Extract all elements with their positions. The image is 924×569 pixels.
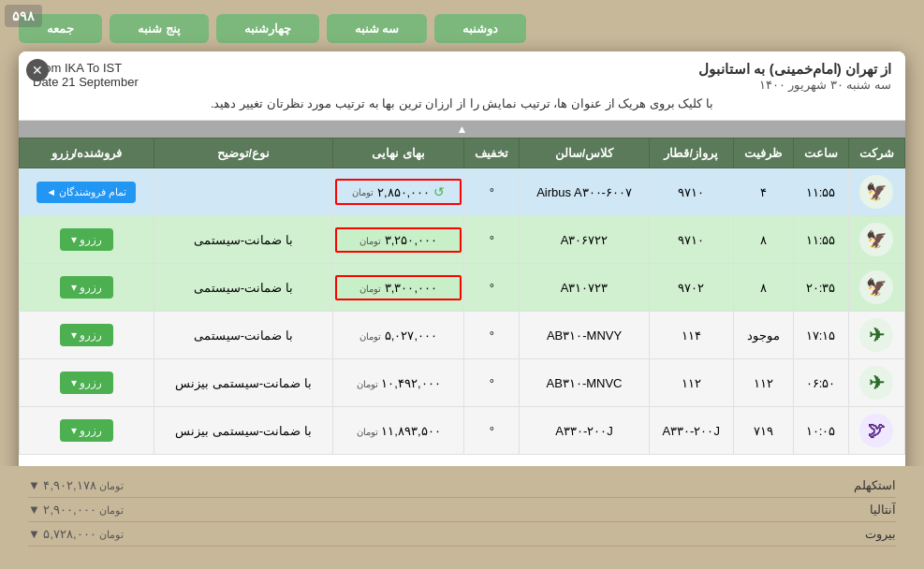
header-right: از تهران (امام‌خمینی) به استانبول سه شنب…	[698, 61, 891, 92]
cell-price: ↺ ۲,۸۵۰,۰۰۰ تومان	[332, 168, 463, 216]
cell-seller[interactable]: رزرو ▾	[20, 216, 154, 264]
cell-flight: A۳۳۰-۲۰۰J	[649, 407, 733, 455]
tab-se-shanbe[interactable]: سه شنبه	[327, 14, 428, 43]
price-amount-antalya: ۲,۹۰۰,۰۰۰	[43, 503, 95, 517]
col-price[interactable]: بهای نهایی	[332, 139, 463, 168]
cell-price: ۱۱,۸۹۳,۵۰۰ تومان	[332, 407, 463, 455]
scroll-up[interactable]: ▲	[19, 121, 905, 138]
cell-capacity: ۸	[733, 216, 793, 264]
city-beirut: بیروت	[865, 527, 896, 541]
col-seller[interactable]: فروشنده/رزرو	[20, 139, 154, 168]
col-flight[interactable]: پرواز/قطار	[649, 139, 733, 168]
cell-discount: °	[464, 407, 520, 455]
reserve-button[interactable]: رزرو ▾	[60, 276, 113, 299]
price-unit: تومان	[352, 187, 374, 197]
cell-class: AB۳۱۰-MNVC	[520, 359, 649, 407]
price-dropdown-icon[interactable]: ▼	[28, 503, 43, 517]
price-unit: تومان	[359, 236, 381, 246]
cell-time: ۱۰:۰۵	[793, 407, 848, 455]
city-stockholm: استکهلم	[854, 478, 896, 492]
price-antalya: ▼ ۲,۹۰۰,۰۰۰ تومان	[28, 503, 124, 517]
cell-company: 🕊	[848, 407, 904, 455]
table-row: 🦅 ۲۰:۳۵ ۸ ۹۷۰۲ A۳۱۰۷۲۳ ° ۳,۳۰۰,۰۰۰ تومان…	[20, 264, 905, 312]
cell-flight: ۱۱۲	[649, 359, 733, 407]
main-title: از تهران (امام‌خمینی) به استانبول	[698, 61, 891, 78]
airline-logo-iran: 🦅	[859, 270, 893, 304]
price-dropdown-icon[interactable]: ▼	[28, 478, 43, 492]
close-button[interactable]: ✕	[26, 59, 49, 81]
cell-description: با ضمانت-سیستمی بیزنس	[154, 359, 332, 407]
watermark: ۵۹۸	[5, 5, 42, 27]
cell-discount: °	[464, 312, 520, 359]
airline-logo-mahan: ✈	[859, 318, 893, 352]
reserve-button[interactable]: رزرو ▾	[60, 372, 113, 394]
cell-company: 🦅	[848, 216, 904, 264]
price-value: ۲,۸۵۰,۰۰۰	[377, 185, 430, 199]
cell-flight: ۹۷۰۲	[649, 264, 733, 312]
col-time[interactable]: ساعت	[793, 139, 848, 168]
cell-discount: °	[464, 264, 520, 312]
airline-logo-iran: 🦅	[859, 175, 893, 209]
price-unit: تومان	[359, 284, 381, 294]
tab-chaharshane[interactable]: چهارشنبه	[216, 14, 319, 43]
tab-panj-shanbe[interactable]: پنج شنبه	[110, 14, 209, 43]
price-amount-stockholm: ۴,۹۰۲,۱۷۸	[43, 478, 95, 492]
cell-class: Airbus A۳۰۰-۶۰۰۷	[520, 168, 649, 216]
cell-capacity: ۴	[733, 168, 793, 216]
price-value: ۱۰,۴۹۲,۰۰۰	[381, 376, 440, 390]
cell-seller[interactable]: رزرو ▾	[20, 264, 154, 312]
cell-price: ۳,۳۰۰,۰۰۰ تومان	[332, 264, 463, 312]
cell-discount: °	[464, 216, 520, 264]
cell-company: ✈	[848, 312, 904, 359]
bottom-row-stockholm: استکهلم ▼ ۴,۹۰۲,۱۷۸ تومان	[28, 474, 896, 498]
header-left: From IKA To IST Date 21 September	[33, 61, 139, 89]
cell-seller[interactable]: تمام فروشندگان ◄	[20, 168, 154, 216]
cell-price: ۵,۰۲۷,۰۰۰ تومان	[332, 312, 463, 359]
price-highlight-box: ۳,۲۵۰,۰۰۰ تومان	[335, 227, 462, 253]
cell-company: ✈	[848, 359, 904, 407]
price-unit: تومان	[357, 379, 378, 389]
cell-capacity: ۱۱۲	[733, 359, 793, 407]
cell-time: ۱۱:۵۵	[793, 168, 848, 216]
cell-seller[interactable]: رزرو ▾	[20, 312, 154, 359]
col-company[interactable]: شرکت	[848, 139, 904, 168]
price-dropdown-icon[interactable]: ▼	[28, 527, 43, 541]
bottom-row-beirut: بیروت ▼ ۵,۷۲۸,۰۰۰ تومان	[28, 522, 896, 547]
cell-flight: ۱۱۴	[649, 312, 733, 359]
cell-price: ۳,۲۵۰,۰۰۰ تومان	[332, 216, 463, 264]
cell-description: با ضمانت-سیستمی	[154, 264, 332, 312]
col-class[interactable]: کلاس/سالن	[520, 139, 649, 168]
table-row: ✈ ۱۷:۱۵ موجود ۱۱۴ AB۳۱۰-MNVY ° ۵,۰۲۷,۰۰۰…	[20, 312, 905, 359]
cell-capacity: موجود	[733, 312, 793, 359]
price-highlight-box: ↺ ۲,۸۵۰,۰۰۰ تومان	[335, 179, 462, 205]
tab-doshane[interactable]: دوشنبه	[434, 14, 526, 43]
reserve-button[interactable]: رزرو ▾	[60, 228, 113, 251]
table-row: 🦅 ۱۱:۵۵ ۸ ۹۷۱۰ A۳۰۶۷۲۲ ° ۳,۲۵۰,۰۰۰ تومان…	[20, 216, 905, 264]
date-title: سه شنبه ۳۰ شهریور ۱۴۰۰	[698, 78, 891, 92]
refresh-icon: ↺	[433, 184, 445, 199]
price-unit: تومان	[359, 331, 381, 342]
price-amount-beirut: ۵,۷۲۸,۰۰۰	[43, 527, 95, 541]
bottom-row-antalya: آنتالیا ▼ ۲,۹۰۰,۰۰۰ تومان	[28, 498, 896, 522]
table-row: 🕊 ۱۰:۰۵ ۷۱۹ A۳۳۰-۲۰۰J A۳۳۰-۲۰۰J ° ۱۱,۸۹۳…	[20, 407, 905, 455]
bottom-area: استکهلم ▼ ۴,۹۰۲,۱۷۸ تومان آنتالیا ▼ ۲,۹۰…	[0, 466, 924, 569]
reserve-button[interactable]: رزرو ▾	[60, 419, 113, 442]
cell-description: با ضمانت-سیستمی	[154, 216, 332, 264]
cell-discount: °	[464, 168, 520, 216]
cell-time: ۱۱:۵۵	[793, 216, 848, 264]
all-sellers-button[interactable]: تمام فروشندگان ◄	[37, 182, 136, 203]
date-text: Date 21 September	[33, 75, 139, 89]
col-discount[interactable]: تخفیف	[464, 139, 520, 168]
flight-table: شرکت ساعت ظرفیت پرواز/قطار کلاس/سالن تخف…	[19, 138, 905, 455]
cell-seller[interactable]: رزرو ▾	[20, 407, 154, 455]
city-antalya: آنتالیا	[870, 503, 896, 517]
cell-seller[interactable]: رزرو ▾	[20, 359, 154, 407]
price-beirut: ▼ ۵,۷۲۸,۰۰۰ تومان	[28, 527, 124, 541]
cell-capacity: ۷۱۹	[733, 407, 793, 455]
col-description[interactable]: نوع/توضیح	[154, 139, 332, 168]
price-unit-antalya: تومان	[99, 504, 124, 516]
col-capacity[interactable]: ظرفیت	[733, 139, 793, 168]
cell-price: ۱۰,۴۹۲,۰۰۰ تومان	[332, 359, 463, 407]
cell-description	[154, 168, 332, 216]
reserve-button[interactable]: رزرو ▾	[60, 324, 113, 346]
